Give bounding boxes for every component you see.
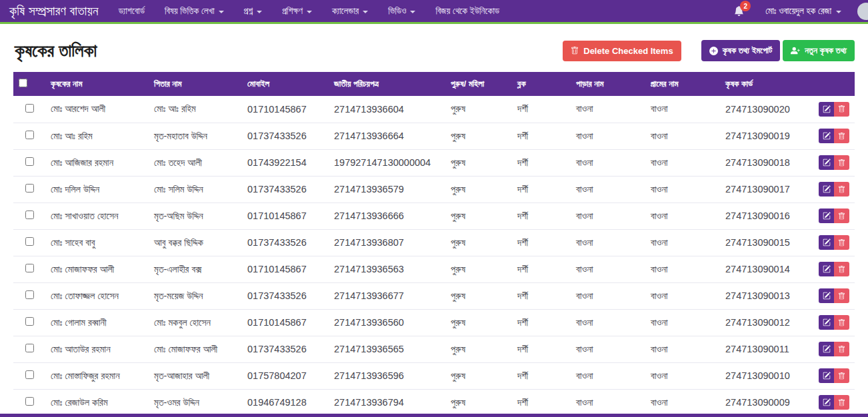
delete-row-button[interactable] — [834, 235, 849, 250]
cell-father-name: মৃত-মহাতাব উদ্দিন — [149, 123, 242, 149]
edit-row-button[interactable] — [819, 155, 834, 170]
cell-farmer-name: মোঃ আঃ রহিম — [45, 123, 149, 149]
cell-farmer-card: 274713090020 — [720, 96, 813, 123]
row-checkbox[interactable] — [25, 131, 34, 139]
edit-row-button[interactable] — [819, 129, 834, 143]
new-farmer-button[interactable]: নতুন কৃষক তথ্য — [783, 40, 855, 61]
cell-gender: পুরুষ — [445, 309, 512, 336]
nav-item-5[interactable]: ভিডিও — [388, 6, 415, 17]
row-checkbox[interactable] — [25, 237, 34, 246]
col-village: গ্রামের নাম — [645, 72, 720, 96]
trash-icon — [838, 186, 845, 193]
row-actions — [819, 102, 849, 117]
delete-row-button[interactable] — [834, 368, 849, 383]
delete-row-button[interactable] — [834, 102, 849, 117]
row-checkbox[interactable] — [25, 264, 34, 272]
cell-father-name: মোঃ তহেদ আলী — [149, 149, 242, 176]
edit-row-button[interactable] — [819, 235, 834, 250]
cell-mobile: 01757804207 — [242, 362, 329, 389]
delete-row-button[interactable] — [834, 155, 849, 170]
edit-row-button[interactable] — [819, 209, 834, 223]
cell-village: বাওনা — [645, 203, 720, 229]
delete-row-button[interactable] — [834, 262, 849, 276]
select-all-checkbox[interactable] — [19, 79, 27, 87]
cell-farmer-card: 274713090010 — [720, 362, 813, 389]
user-menu[interactable]: মোঃ ওবায়েদুল হক রেজা — [765, 6, 841, 17]
delete-row-button[interactable] — [834, 315, 849, 330]
row-actions — [819, 288, 849, 303]
nav-item-1[interactable]: বিষয় ভিত্তিক লেখা — [165, 6, 224, 17]
import-farmer-label: কৃষক তথ্য ইমপোর্ট — [723, 45, 773, 56]
nav-item-label: প্রশ্ন — [244, 6, 253, 17]
trash-icon — [571, 47, 579, 55]
cell-block: দর্শী — [512, 203, 571, 229]
edit-row-button[interactable] — [819, 395, 834, 410]
cell-village: বাওনা — [645, 282, 720, 309]
table-row: মোঃ সাখাওয়াত হোসেন মৃত-অছিম উদ্দিন 0171… — [13, 203, 855, 229]
cell-nid: 2714713936666 — [329, 203, 445, 229]
cell-nid: 2714713936807 — [329, 229, 445, 256]
import-farmer-button[interactable]: কৃষক তথ্য ইমপোর্ট — [701, 40, 781, 61]
cell-para: বাওনা — [571, 256, 645, 282]
edit-row-button[interactable] — [819, 288, 834, 303]
delete-row-button[interactable] — [834, 342, 849, 356]
delete-row-button[interactable] — [834, 209, 849, 223]
cell-farmer-card: 274713090016 — [720, 203, 813, 229]
row-actions — [819, 395, 849, 410]
delete-row-button[interactable] — [834, 129, 849, 143]
cell-nid: 2714713936664 — [329, 123, 445, 149]
cell-village: বাওনা — [645, 362, 720, 389]
pencil-square-icon — [823, 212, 831, 220]
row-checkbox[interactable] — [25, 370, 34, 379]
cell-block: দর্শী — [512, 282, 571, 309]
cell-mobile: 01737433526 — [242, 282, 329, 309]
edit-row-button[interactable] — [819, 342, 834, 356]
cell-para: বাওনা — [571, 282, 645, 309]
row-checkbox[interactable] — [25, 290, 34, 299]
row-checkbox[interactable] — [25, 104, 34, 113]
nav-item-4[interactable]: ক্যালেন্ডার — [332, 6, 368, 17]
cell-farmer-name: মোঃ রেজাউল করিম — [45, 389, 149, 416]
cell-para: বাওনা — [571, 176, 645, 203]
nav-item-6[interactable]: বিজয় থেকে ইউনিকোড — [435, 6, 499, 17]
cell-village: বাওনা — [645, 123, 720, 149]
row-checkbox[interactable] — [25, 397, 34, 406]
row-checkbox[interactable] — [25, 157, 34, 166]
nav-item-3[interactable]: প্রশিক্ষণ — [282, 6, 312, 17]
edit-row-button[interactable] — [819, 315, 834, 330]
delete-row-button[interactable] — [834, 182, 849, 197]
col-para: পাড়ার নাম — [571, 72, 645, 96]
notifications-button[interactable]: 2 — [734, 6, 744, 16]
nav-item-2[interactable]: প্রশ্ন — [244, 6, 263, 17]
table-row: মোঃ মোজাফফর আলী মৃত-এলাহীর বক্স 01710145… — [13, 256, 855, 282]
table-row: মোঃ রেজাউল করিম মৃত-ওমর উদ্দিন 019467491… — [13, 389, 855, 416]
navbar-menu: ড্যাশবোর্ড বিষয় ভিত্তিক লেখা প্রশ্ন প্র… — [119, 6, 499, 17]
cell-nid: 197927147130000004 — [329, 149, 445, 176]
delete-checked-button[interactable]: Delete Checked Items — [563, 41, 681, 61]
page-title: কৃষকের তালিকা — [15, 41, 97, 61]
delete-row-button[interactable] — [834, 395, 849, 410]
nav-item-0[interactable]: ড্যাশবোর্ড — [119, 6, 145, 17]
cell-farmer-name: মোঃ তোফাজ্জল হোসেন — [45, 282, 149, 309]
cell-father-name: মৃত-এলাহীর বক্স — [149, 256, 242, 282]
delete-row-button[interactable] — [834, 288, 849, 303]
brand-logo[interactable]: কৃষি সম্প্রসারণ বাতায়ন — [9, 4, 99, 19]
cell-farmer-name: মোঃ আতাউর রহমান — [45, 336, 149, 362]
edit-row-button[interactable] — [819, 368, 834, 383]
cell-mobile: 01710145867 — [242, 203, 329, 229]
avatar[interactable] — [857, 3, 868, 20]
edit-row-button[interactable] — [819, 102, 834, 117]
row-checkbox[interactable] — [25, 344, 34, 352]
trash-icon — [838, 399, 845, 406]
cell-para: বাওনা — [571, 203, 645, 229]
trash-icon — [838, 346, 845, 353]
edit-row-button[interactable] — [819, 262, 834, 276]
row-checkbox[interactable] — [25, 210, 34, 219]
row-checkbox[interactable] — [25, 184, 34, 193]
navbar: কৃষি সম্প্রসারণ বাতায়ন ড্যাশবোর্ড বিষয়… — [0, 0, 868, 24]
edit-row-button[interactable] — [819, 182, 834, 197]
col-actions — [813, 72, 855, 96]
col-farmer-card: কৃষক কার্ড — [720, 72, 813, 96]
nav-item-label: ক্যালেন্ডার — [332, 6, 359, 17]
row-checkbox[interactable] — [25, 317, 34, 326]
